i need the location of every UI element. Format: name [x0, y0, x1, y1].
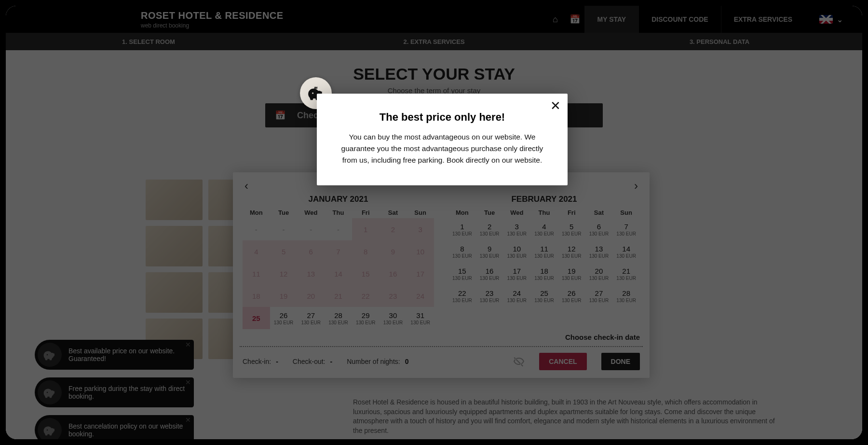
- modal-body: You can buy the most advantageous on our…: [334, 131, 550, 166]
- modal-title: The best price only here!: [334, 111, 550, 124]
- close-icon[interactable]: ✕: [550, 98, 561, 113]
- modal-backdrop[interactable]: [6, 6, 862, 439]
- best-price-modal: ✕ The best price only here! You can buy …: [317, 94, 568, 185]
